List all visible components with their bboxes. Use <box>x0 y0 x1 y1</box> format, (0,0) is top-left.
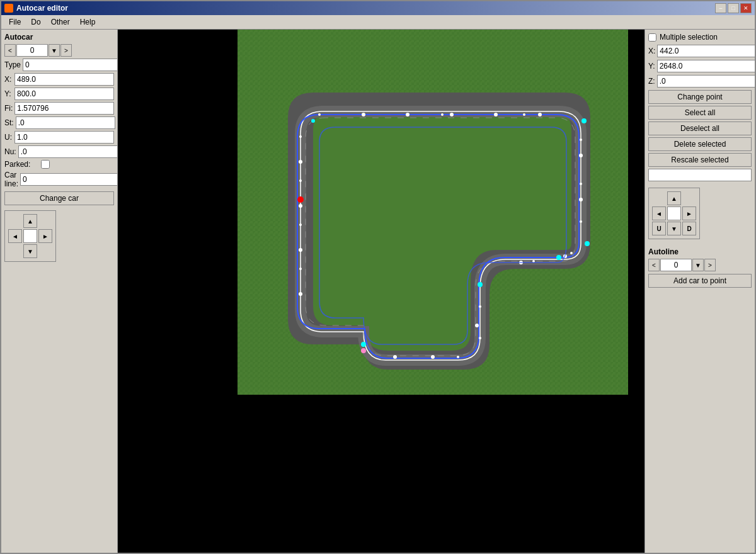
right-nav-u-button[interactable]: U <box>652 222 666 235</box>
st-input[interactable] <box>16 116 115 129</box>
autoline-section: Autoline < ▼ > Add car to point <box>648 247 752 290</box>
svg-point-43 <box>299 179 302 182</box>
svg-point-28 <box>361 348 366 353</box>
right-nav-up-button[interactable]: ▲ <box>667 191 681 205</box>
close-button[interactable]: ✕ <box>740 3 752 13</box>
menu-bar: File Do Other Help <box>1 15 755 30</box>
svg-point-44 <box>299 135 302 138</box>
maximize-button[interactable]: □ <box>728 3 739 13</box>
svg-point-23 <box>585 241 590 246</box>
right-nav-top-row: ▲ <box>667 191 681 205</box>
svg-point-32 <box>523 113 525 116</box>
track-wrapper[interactable] <box>238 30 628 395</box>
nav-mid-row: ◄ ► <box>8 229 52 243</box>
autoline-prev-btn[interactable]: < <box>648 259 660 271</box>
svg-point-10 <box>538 113 542 116</box>
svg-point-11 <box>579 154 583 157</box>
right-nav-bot-row: U ▼ D <box>652 222 696 235</box>
add-car-to-point-button[interactable]: Add car to point <box>648 274 752 288</box>
rescale-selected-button[interactable]: Rescale selected <box>648 153 752 167</box>
autoline-value-input[interactable] <box>660 259 692 271</box>
svg-point-8 <box>450 113 454 116</box>
spinner-prev-btn[interactable]: < <box>4 44 16 57</box>
right-y-row: Y: <box>648 60 752 72</box>
multiple-selection-row: Multiple selection <box>648 33 752 42</box>
svg-point-19 <box>299 248 302 252</box>
svg-point-36 <box>570 252 573 254</box>
main-window: Autocar editor – □ ✕ File Do Other Help … <box>0 0 756 554</box>
rescale-value-input[interactable] <box>648 169 752 181</box>
autoline-next-btn[interactable]: > <box>704 259 716 271</box>
menu-do[interactable]: Do <box>26 16 45 28</box>
x-label: X: <box>4 75 13 84</box>
svg-point-25 <box>361 342 366 347</box>
type-input[interactable] <box>23 59 118 71</box>
menu-file[interactable]: File <box>4 16 26 28</box>
menu-help[interactable]: Help <box>75 16 101 28</box>
right-x-label: X: <box>648 47 655 55</box>
x-input[interactable] <box>14 73 114 86</box>
nu-input[interactable] <box>18 145 118 158</box>
st-row: St: <box>4 116 114 129</box>
u-input[interactable] <box>14 131 114 144</box>
car-line-row: Car line: ▼ <box>4 171 114 188</box>
autocar-title: Autocar <box>4 33 114 42</box>
nav-top-row: ▲ <box>23 214 37 228</box>
multiple-selection-checkbox[interactable] <box>648 33 656 42</box>
change-car-button[interactable]: Change car <box>4 191 114 205</box>
autocar-spinner: < ▼ > <box>4 44 72 57</box>
autoline-dropdown-btn[interactable]: ▼ <box>692 259 704 271</box>
right-x-input[interactable] <box>657 45 755 57</box>
autoline-title: Autoline <box>648 247 752 256</box>
minimize-button[interactable]: – <box>715 3 726 13</box>
spinner-next-btn[interactable]: > <box>60 44 72 57</box>
right-nav-d-button[interactable]: D <box>682 222 696 235</box>
title-bar: Autocar editor – □ ✕ <box>1 1 755 15</box>
delete-selected-button[interactable]: Delete selected <box>648 137 752 151</box>
app-icon <box>4 4 13 13</box>
nav-pad: ▲ ◄ ► ▼ <box>4 210 56 262</box>
right-y-input[interactable] <box>657 60 755 72</box>
car-line-dropdown: ▼ <box>20 173 118 186</box>
right-nav-down-button[interactable]: ▼ <box>667 222 681 235</box>
menu-other[interactable]: Other <box>46 16 75 28</box>
spinner-value-input[interactable] <box>16 44 48 57</box>
right-nav-mid-row: ◄ ► <box>652 206 696 220</box>
right-nav-left-button[interactable]: ◄ <box>652 206 666 220</box>
change-point-button[interactable]: Change point <box>648 90 752 104</box>
parked-checkbox[interactable] <box>41 160 50 169</box>
title-bar-controls: – □ ✕ <box>715 3 752 13</box>
nav-right-button[interactable]: ► <box>38 229 52 243</box>
title-bar-left: Autocar editor <box>4 4 68 13</box>
svg-point-41 <box>299 268 302 270</box>
type-row: Type ▼ <box>4 59 114 71</box>
svg-point-24 <box>478 282 483 287</box>
svg-point-18 <box>299 292 302 296</box>
svg-point-17 <box>393 355 397 359</box>
select-all-button[interactable]: Select all <box>648 106 752 120</box>
svg-point-21 <box>299 160 302 164</box>
y-input[interactable] <box>14 88 114 100</box>
nav-down-button[interactable]: ▼ <box>23 244 37 258</box>
deselect-all-button[interactable]: Deselect all <box>648 122 752 135</box>
u-row: U: <box>4 131 114 144</box>
right-z-input[interactable] <box>657 75 755 88</box>
right-nav-pad: ▲ ◄ ► U ▼ D <box>648 188 700 239</box>
car-line-input[interactable] <box>20 173 118 186</box>
svg-point-20 <box>299 204 302 208</box>
nav-left-button[interactable]: ◄ <box>8 229 22 243</box>
spinner-down-btn[interactable]: ▼ <box>49 44 60 57</box>
svg-point-33 <box>580 138 582 141</box>
svg-point-38 <box>479 305 481 308</box>
window-title: Autocar editor <box>16 4 68 13</box>
main-content: Autocar < ▼ > Type ▼ X: <box>1 30 755 553</box>
fi-input[interactable] <box>14 102 114 115</box>
nav-center-display <box>23 229 37 243</box>
type-label: Type <box>4 60 21 69</box>
right-x-row: X: <box>648 45 752 57</box>
car-line-label: Car line: <box>4 171 18 188</box>
y-row: Y: <box>4 88 114 100</box>
svg-point-29 <box>311 119 315 123</box>
nav-up-button[interactable]: ▲ <box>23 214 37 228</box>
right-nav-right-button[interactable]: ► <box>682 206 696 220</box>
